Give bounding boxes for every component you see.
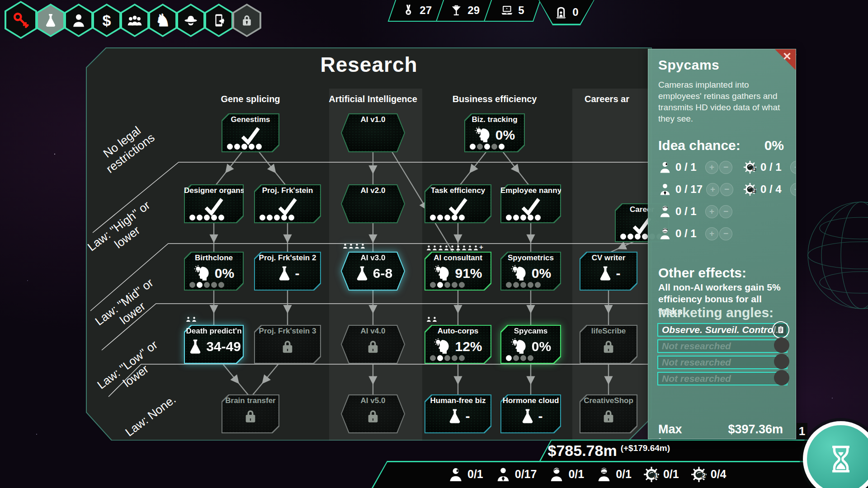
add-worker-button[interactable]: + — [705, 227, 718, 240]
tech-node-designer-organs[interactable]: Designer organs — [184, 184, 244, 223]
mini-person-icon — [461, 245, 467, 251]
tech-node-task-efficiency[interactable]: Task efficiency — [425, 184, 491, 223]
tech-node-brain-transfer[interactable]: Brain transfer — [222, 394, 279, 433]
tech-node-spyometrics[interactable]: Spyometrics0% — [500, 252, 561, 291]
panel-description: Cameras implanted into employees' retina… — [658, 79, 785, 124]
people-icon — [127, 13, 142, 28]
mini-person-icon — [467, 245, 473, 251]
flask-icon — [187, 338, 204, 355]
marketing-slot-4: Not researched — [657, 372, 788, 385]
occluded-counter-fragment: 1 — [797, 423, 807, 439]
tech-node-ai-v2[interactable]: AI v2.0 — [341, 184, 405, 223]
node-value: - — [616, 266, 621, 281]
tech-node-ai-v3[interactable]: AI v3.06-8 — [341, 252, 405, 291]
node-level-dots — [506, 282, 541, 288]
svg-text:2: 2 — [702, 472, 706, 479]
tech-node-auto-corps[interactable]: Auto-corps12% — [425, 325, 491, 364]
add-worker-button[interactable]: + — [705, 161, 718, 174]
hex-menu-item-staff[interactable] — [64, 4, 93, 37]
money-balance: $785.78m — [548, 442, 617, 460]
tech-node-birthclone[interactable]: Birthclone0% — [184, 252, 244, 291]
tech-node-genestims[interactable]: Genestims — [222, 113, 279, 152]
node-value: 91% — [455, 266, 482, 281]
allocation-suit: 0 / 17+− — [658, 183, 733, 196]
tech-node-proj-frkstein[interactable]: Proj. Frk'stein — [254, 184, 321, 223]
add-worker-button[interactable]: + — [790, 183, 796, 196]
add-worker-button[interactable]: + — [706, 183, 719, 196]
tech-node-hormone-cloud[interactable]: Hormone cloud- — [500, 394, 561, 433]
hex-menu-item-promotion[interactable] — [204, 4, 233, 37]
assigned-workers — [426, 316, 438, 322]
node-level-dots — [189, 215, 224, 221]
svg-text:1: 1 — [753, 165, 756, 171]
worker-counter-suit: 0/17 — [495, 466, 537, 483]
remove-worker-button[interactable]: − — [719, 205, 732, 218]
tech-node-spycams[interactable]: Spycams0% — [500, 325, 561, 364]
time-skip-button[interactable] — [803, 421, 868, 488]
tech-node-ai-consultant[interactable]: +AI consultant91% — [425, 252, 491, 291]
remove-worker-button[interactable]: − — [719, 161, 732, 174]
allocation-person-drop: 0 / 1+− — [658, 160, 732, 174]
dollar-icon: $ — [103, 13, 111, 28]
tech-node-ai-v4[interactable]: AI v4.0 — [341, 325, 405, 364]
idea-chance-label: Idea chance: — [658, 138, 741, 153]
mini-person-icon — [185, 316, 191, 322]
tech-node-employee-nanny[interactable]: Employee nanny — [500, 184, 561, 223]
node-level-dots — [430, 215, 465, 221]
column-header-gene: Gene splicing — [221, 94, 280, 104]
node-level-dots — [430, 282, 465, 288]
node-label: Genestims — [222, 115, 279, 124]
mini-person-icon — [191, 316, 197, 322]
lock-node-icon — [364, 407, 382, 425]
brain-person-icon — [658, 205, 672, 218]
node-label: Proj. Frk'stein — [254, 186, 321, 195]
hex-menu-item-espionage[interactable] — [176, 4, 205, 37]
node-level-dots — [506, 215, 541, 221]
copy-angle-button[interactable] — [772, 321, 789, 338]
tech-node-biz-tracking[interactable]: Biz. tracking0% — [464, 113, 525, 152]
other-effects-label: Other effects: — [658, 265, 746, 281]
tech-node-death-predictn[interactable]: Death predict'n34-49 — [184, 325, 244, 364]
hex-menu-item-locked[interactable] — [232, 4, 261, 37]
worker-allocations: 0 / 1+−10 / 1+−0 / 17+−20 / 4+−0 / 1+−0 … — [658, 160, 794, 264]
close-icon[interactable]: ✕ — [783, 50, 792, 63]
svg-text:2: 2 — [753, 188, 755, 193]
hex-menu-item-hr[interactable] — [120, 4, 149, 37]
tech-node-lifescribe[interactable]: lifeScribe — [580, 325, 637, 364]
add-worker-button[interactable]: + — [705, 205, 718, 218]
mini-person-icon — [342, 243, 348, 249]
node-label: Auto-corps — [425, 327, 491, 336]
tech-node-cv-writer[interactable]: CV writer- — [580, 252, 637, 291]
tech-node-ai-v1[interactable]: AI v1.0 — [341, 113, 405, 152]
node-value: 12% — [455, 339, 482, 354]
check-icon — [239, 124, 262, 146]
node-label: Designer organs — [184, 186, 244, 195]
check-icon — [447, 195, 469, 217]
hex-menu-item-research[interactable] — [36, 4, 65, 37]
hex-menu-item-finance[interactable]: $ — [92, 4, 121, 37]
tech-node-proj-frkstein-3[interactable]: Proj. Frk'stein 3 — [254, 325, 321, 364]
node-level-dots — [189, 282, 224, 288]
tech-node-human-free-biz[interactable]: Human-free biz- — [425, 394, 491, 433]
node-value: - — [295, 266, 300, 281]
hex-menu-item-key[interactable] — [5, 1, 37, 39]
tech-node-creativeshop[interactable]: CreativeShop — [580, 394, 637, 433]
node-level-dots — [430, 355, 465, 361]
remove-worker-button[interactable]: − — [719, 227, 732, 240]
marketing-slots: Observe. Surveil. Control.Not researched… — [657, 323, 788, 388]
tech-node-ai-v5[interactable]: AI v5.0 — [341, 394, 405, 433]
hex-menu-item-strategy[interactable]: ♞ — [148, 4, 177, 37]
idea-icon — [193, 264, 212, 283]
flask-icon — [43, 13, 58, 28]
node-label: Task efficiency — [425, 186, 491, 195]
add-worker-button[interactable]: + — [790, 161, 796, 174]
game-screen: Research Gene splicing Artificial Intell… — [0, 0, 868, 488]
brain-cog-1-icon: 1 — [643, 466, 660, 483]
node-label: CV writer — [580, 253, 637, 263]
mini-person-icon — [455, 245, 461, 251]
remove-worker-button[interactable]: − — [720, 183, 733, 196]
spy-icon — [183, 13, 198, 28]
phone-ad-icon — [211, 13, 226, 28]
tech-node-proj-frkstein-2[interactable]: Proj. Frk'stein 2- — [254, 252, 321, 291]
node-value: 0% — [532, 339, 551, 354]
